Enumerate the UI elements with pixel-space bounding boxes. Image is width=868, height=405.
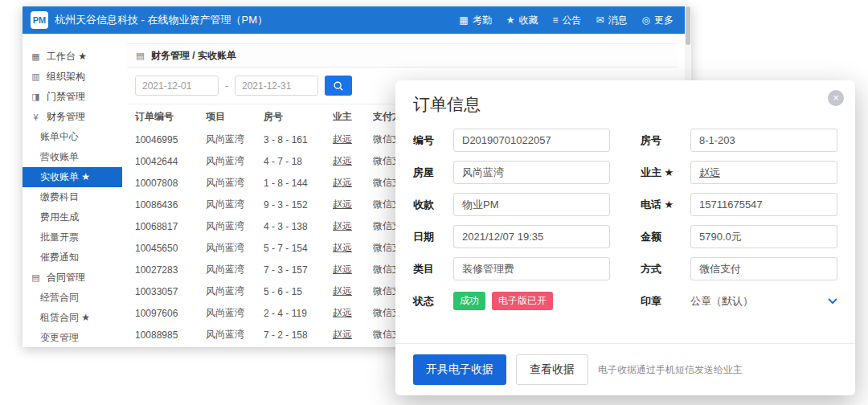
folder-icon: ▤ — [135, 51, 145, 61]
sidebar-item-change-management[interactable]: 变更管理 — [23, 328, 122, 347]
col-header-order-no: 订单编号 — [135, 110, 206, 124]
door-icon: ◨ — [31, 92, 41, 102]
status-badge-success: 成功 — [453, 292, 485, 310]
gear-icon: ◎ — [642, 14, 650, 26]
owner-input[interactable]: 赵远 — [690, 161, 837, 184]
method-input[interactable]: 微信支付 — [690, 257, 837, 280]
search-button[interactable] — [325, 76, 352, 96]
breadcrumb-text: 财务管理 / 实收账单 — [151, 49, 236, 63]
sidebar-item-fee-generation[interactable]: 费用生成 — [23, 207, 122, 227]
list-icon: ≡ — [552, 14, 558, 26]
search-icon — [333, 80, 344, 92]
message-icon: ✉ — [596, 14, 604, 26]
chevron-down-icon — [828, 298, 837, 305]
order-form: 编号 D20190701022057 房号 8-1-203 房屋 风尚蓝湾 业主… — [395, 119, 855, 313]
favorites-label: 收藏 — [518, 14, 538, 27]
calendar-icon: ▦ — [459, 14, 468, 26]
field-house: 房屋 风尚蓝湾 — [413, 161, 610, 184]
owner-link[interactable]: 赵远 — [333, 328, 373, 342]
attendance-label: 考勤 — [473, 14, 492, 27]
sidebar-item-payment-reminder[interactable]: 催费通知 — [23, 248, 122, 268]
close-icon[interactable]: × — [828, 90, 844, 106]
order-info-modal: 订单信息 × 编号 D20190701022057 房号 8-1-203 房屋 … — [395, 80, 855, 395]
page: { "colors":{"header_blue":"#1f76d2","acc… — [0, 0, 868, 405]
issue-e-receipt-button[interactable]: 开具电子收据 — [413, 354, 506, 385]
col-header-room: 房号 — [264, 110, 333, 124]
field-order-no: 编号 D20190701022057 — [413, 129, 610, 152]
owner-link[interactable]: 赵远 — [333, 263, 373, 276]
field-room-no: 房号 8-1-203 — [641, 129, 837, 152]
receipt-note: 电子收据通过手机短信发送给业主 — [598, 363, 743, 377]
col-header-project: 项目 — [206, 110, 264, 124]
grid-icon: ▦ — [31, 51, 41, 62]
owner-link[interactable]: 赵远 — [333, 198, 373, 211]
yen-icon: ¥ — [31, 112, 41, 122]
payee-input[interactable]: 物业PM — [453, 193, 610, 216]
announcements-label: 公告 — [562, 14, 581, 27]
phone-input[interactable]: 15711675547 — [690, 193, 837, 216]
sidebar-item-batch-invoicing[interactable]: 批量开票 — [23, 227, 122, 248]
field-method: 方式 微信支付 — [641, 257, 837, 280]
room-no-input[interactable]: 8-1-203 — [690, 129, 837, 152]
owner-link[interactable]: 赵远 — [333, 176, 373, 190]
field-seal: 印章 公章（默认） — [641, 289, 837, 313]
field-owner: 业主 ★ 赵远 — [641, 161, 837, 184]
house-input[interactable]: 风尚蓝湾 — [453, 161, 610, 184]
modal-title: 订单信息 — [413, 93, 837, 116]
app-title: 杭州天谷信息科技 - 在线物业资产管理（PM） — [55, 13, 268, 27]
modal-header: 订单信息 × — [395, 80, 855, 119]
sidebar-item-fee-subjects[interactable]: 缴费科目 — [23, 187, 122, 207]
people-icon: ▥ — [31, 72, 41, 82]
header-action-messages[interactable]: ✉ 消息 — [596, 14, 627, 27]
sidebar-item-workbench[interactable]: ▦ 工作台 ★ — [23, 47, 122, 67]
field-date: 日期 2021/12/07 19:35 — [413, 225, 610, 248]
messages-label: 消息 — [608, 14, 628, 27]
view-receipt-button[interactable]: 查看收据 — [516, 354, 588, 385]
date-to-input[interactable]: 2021-12-31 — [235, 76, 318, 96]
status-badge-einvoice: 电子版已开 — [492, 292, 553, 310]
amount-input[interactable]: 5790.0元 — [690, 225, 837, 248]
sidebar-item-bill-center[interactable]: 账单中心 — [23, 127, 122, 147]
sidebar-item-lease-contract[interactable]: 租赁合同 ★ — [23, 308, 122, 328]
scrollbar-thumb[interactable] — [686, 6, 690, 45]
star-icon: ★ — [506, 14, 515, 26]
order-no-input[interactable]: D20190701022057 — [453, 129, 610, 152]
header-action-favorites[interactable]: ★ 收藏 — [506, 14, 538, 27]
field-payee: 收款 物业PM — [413, 193, 610, 216]
sidebar-item-contracts[interactable]: ▤ 合同管理 — [23, 268, 122, 288]
more-label: 更多 — [654, 14, 674, 27]
date-from-input[interactable]: 2021-12-01 — [135, 76, 219, 96]
header-action-more[interactable]: ◎ 更多 — [642, 14, 674, 27]
sidebar-item-revenue-bills[interactable]: 营收账单 — [23, 147, 122, 167]
field-category: 类目 装修管理费 — [413, 257, 610, 280]
field-status: 状态 成功 电子版已开 — [413, 289, 610, 313]
owner-link[interactable]: 赵远 — [333, 306, 373, 320]
breadcrumb: ▤ 财务管理 / 实收账单 — [127, 43, 677, 68]
owner-link[interactable]: 赵远 — [333, 284, 373, 298]
app-logo: PM — [31, 11, 48, 29]
app-header: PM 杭州天谷信息科技 - 在线物业资产管理（PM） ▦ 考勤 ★ 收藏 ≡ 公… — [23, 6, 685, 34]
seal-value: 公章（默认） — [690, 294, 753, 309]
owner-link[interactable]: 赵远 — [333, 241, 373, 255]
sidebar: ▦ 工作台 ★ ▥ 组织架构 ◨ 门禁管理 ¥ 财务管理 账单中心 营收账单 实… — [23, 34, 122, 347]
date-input[interactable]: 2021/12/07 19:35 — [453, 225, 610, 248]
header-actions: ▦ 考勤 ★ 收藏 ≡ 公告 ✉ 消息 ◎ 更多 — [459, 14, 674, 27]
header-action-announcements[interactable]: ≡ 公告 — [552, 14, 581, 27]
col-header-owner: 业主 — [333, 110, 373, 124]
sidebar-item-access-control[interactable]: ◨ 门禁管理 — [23, 87, 122, 107]
owner-link[interactable]: 赵远 — [333, 133, 373, 146]
sidebar-item-finance[interactable]: ¥ 财务管理 — [23, 107, 122, 127]
seal-select[interactable]: 公章（默认） — [690, 289, 837, 313]
sidebar-item-received-bills[interactable]: 实收账单 ★ — [23, 167, 122, 187]
modal-footer: 开具电子收据 查看收据 电子收据通过手机短信发送给业主 — [395, 343, 855, 395]
document-icon: ▤ — [31, 272, 41, 283]
owner-link[interactable]: 赵远 — [333, 219, 373, 233]
field-amount: 金额 5790.0元 — [641, 225, 837, 248]
field-phone: 电话 ★ 15711675547 — [641, 193, 837, 216]
sidebar-item-operating-contract[interactable]: 经营合同 — [23, 288, 122, 308]
date-range-separator: - — [225, 80, 228, 92]
sidebar-item-organization[interactable]: ▥ 组织架构 — [23, 67, 122, 87]
category-input[interactable]: 装修管理费 — [453, 257, 610, 280]
owner-link[interactable]: 赵远 — [333, 154, 373, 168]
header-action-attendance[interactable]: ▦ 考勤 — [459, 14, 491, 27]
